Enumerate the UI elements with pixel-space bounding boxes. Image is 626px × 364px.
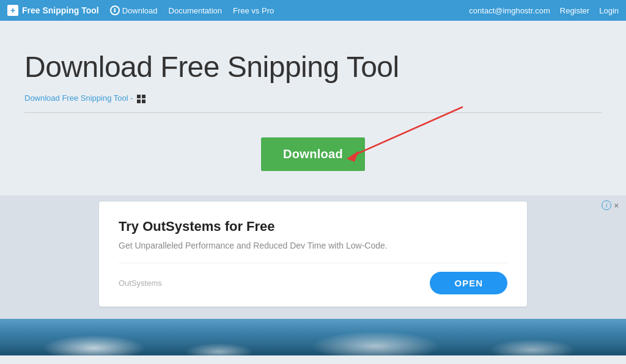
ad-open-button[interactable]: OPEN bbox=[430, 272, 507, 294]
windows-icon bbox=[137, 95, 145, 103]
nav-download-label: Download bbox=[122, 6, 158, 15]
navbar-left: + Free Snipping Tool ⬇ Download Document… bbox=[7, 5, 274, 16]
svg-rect-2 bbox=[137, 100, 141, 103]
download-btn-wrapper: Download bbox=[261, 137, 365, 171]
ad-info-icon[interactable]: i bbox=[602, 200, 611, 210]
cloud-overlay bbox=[0, 319, 626, 355]
ad-card: Try OutSystems for Free Get Unparalleled… bbox=[99, 202, 527, 307]
section-divider bbox=[24, 112, 602, 113]
download-section: Download bbox=[24, 131, 602, 183]
brand-icon: + bbox=[7, 5, 18, 16]
download-button[interactable]: Download bbox=[261, 137, 365, 171]
ad-close-button[interactable]: × bbox=[614, 201, 619, 210]
nav-docs-label: Documentation bbox=[169, 6, 222, 15]
svg-rect-3 bbox=[142, 100, 145, 103]
ad-info-icons: i × bbox=[602, 200, 619, 210]
breadcrumb-text: Download Free Snipping Tool - bbox=[24, 93, 133, 103]
nav-freevspro-label: Free vs Pro bbox=[233, 6, 274, 15]
nav-freevspro-link[interactable]: Free vs Pro bbox=[233, 6, 274, 15]
svg-line-4 bbox=[353, 107, 463, 156]
nav-docs-link[interactable]: Documentation bbox=[169, 6, 222, 15]
download-circle-icon: ⬇ bbox=[110, 5, 120, 15]
brand-link[interactable]: + Free Snipping Tool bbox=[7, 5, 99, 16]
ad-brand-name: OutSystems bbox=[119, 278, 162, 288]
navbar: + Free Snipping Tool ⬇ Download Document… bbox=[0, 0, 626, 21]
svg-rect-1 bbox=[142, 95, 145, 98]
breadcrumb-link[interactable]: Download Free Snipping Tool - bbox=[24, 93, 602, 103]
ad-subtitle: Get Unparalleled Performance and Reduced… bbox=[119, 241, 507, 250]
main-content: Download Free Snipping Tool Download Fre… bbox=[0, 21, 626, 195]
nav-download-link[interactable]: ⬇ Download bbox=[110, 5, 158, 15]
page-title: Download Free Snipping Tool bbox=[24, 50, 602, 84]
navbar-right: contact@imghostr.com Register Login bbox=[469, 6, 619, 15]
bottom-image-strip bbox=[0, 319, 626, 355]
ad-footer: OutSystems OPEN bbox=[119, 263, 507, 294]
svg-rect-0 bbox=[137, 95, 141, 98]
ad-title: Try OutSystems for Free bbox=[119, 219, 507, 235]
contact-email-link[interactable]: contact@imghostr.com bbox=[469, 6, 550, 15]
register-link[interactable]: Register bbox=[560, 6, 589, 15]
brand-label: Free Snipping Tool bbox=[22, 5, 99, 15]
login-link[interactable]: Login bbox=[599, 6, 619, 15]
ad-section: i × Try OutSystems for Free Get Unparall… bbox=[0, 195, 626, 319]
